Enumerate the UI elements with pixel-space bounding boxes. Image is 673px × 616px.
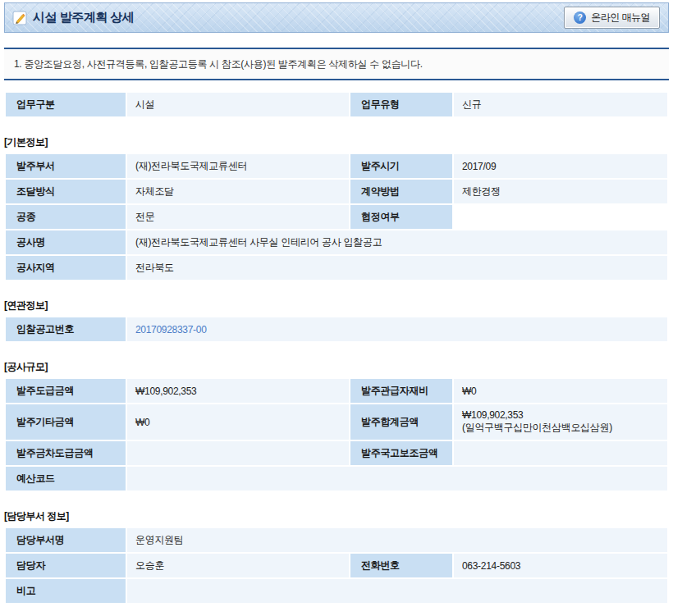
field-value: (재)전라북도국제교류센터 — [126, 153, 350, 179]
field-value: 063-214-5603 — [453, 553, 668, 578]
bid-notice-number-link[interactable]: 20170928337-00 — [126, 317, 668, 342]
field-label: 발주도급금액 — [5, 378, 126, 404]
field-value: 전문 — [126, 204, 350, 230]
field-label: 입찰공고번호 — [5, 317, 126, 342]
section-title-related-info: [연관정보] — [4, 299, 669, 313]
table-row: 비고 — [5, 578, 668, 604]
field-label: 발주금차도급금액 — [5, 440, 126, 466]
table-row: 공사명(재)전라북도국제교류센터 사무실 인테리어 공사 입찰공고 — [5, 230, 668, 255]
field-label: 담당부서명 — [5, 527, 126, 553]
field-value — [126, 440, 350, 466]
field-value: 제한경쟁 — [453, 179, 668, 204]
field-label: 발주기타금액 — [5, 404, 126, 440]
field-label: 담당자 — [5, 553, 126, 578]
table-row: 발주기타금액₩0발주합계금액₩109,902,353 (일억구백구십만이천삼백오… — [5, 404, 668, 440]
department-info-table: 담당부서명운영지원팀담당자오승훈전화번호063-214-5603비고 — [4, 527, 669, 605]
related-info-table: 입찰공고번호20170928337-00 — [4, 316, 669, 343]
field-value: (재)전라북도국제교류센터 사무실 인테리어 공사 입찰공고 — [126, 230, 668, 255]
online-manual-button[interactable]: ? 온라인 매뉴얼 — [564, 7, 660, 29]
titlebar-left: 시설 발주계획 상세 — [12, 10, 134, 25]
field-value: ₩0 — [126, 404, 350, 440]
notice-banner: 1. 중앙조달요청, 사전규격등록, 입찰공고등록 시 참조(사용)된 발주계획… — [4, 48, 669, 80]
table-row: 업무구분시설업무유형신규 — [5, 92, 668, 117]
field-label: 계약방법 — [350, 179, 453, 204]
field-value — [453, 204, 668, 230]
field-label: 비고 — [5, 578, 126, 604]
field-value: 신규 — [453, 92, 668, 117]
table-row: 조달방식자체조달계약방법제한경쟁 — [5, 179, 668, 204]
table-row: 담당자오승훈전화번호063-214-5603 — [5, 553, 668, 578]
field-value — [453, 440, 668, 466]
field-value: 운영지원팀 — [126, 527, 668, 553]
field-label: 발주국고보조금액 — [350, 440, 453, 466]
field-label: 협정여부 — [350, 204, 453, 230]
field-label: 발주관급자재비 — [350, 378, 453, 404]
table-row: 발주부서(재)전라북도국제교류센터발주시기2017/09 — [5, 153, 668, 179]
field-label: 발주합계금액 — [350, 404, 453, 440]
section-title-construction-scale: [공사규모] — [4, 360, 669, 374]
table-row: 예산코드 — [5, 466, 668, 491]
field-label: 전화번호 — [350, 553, 453, 578]
table-row: 발주도급금액₩109,902,353발주관급자재비₩0 — [5, 378, 668, 404]
field-value — [126, 466, 668, 491]
field-label: 공사지역 — [5, 255, 126, 281]
section-title-basic-info: [기본정보] — [4, 135, 669, 149]
question-mark-icon: ? — [574, 11, 586, 24]
page-title: 시설 발주계획 상세 — [33, 10, 134, 25]
notice-text: 1. 중앙조달요청, 사전규격등록, 입찰공고등록 시 참조(사용)된 발주계획… — [14, 58, 423, 70]
table-row: 공종전문협정여부 — [5, 204, 668, 230]
field-value: ₩0 — [453, 378, 668, 404]
field-label: 공사명 — [5, 230, 126, 255]
table-row: 담당부서명운영지원팀 — [5, 527, 668, 553]
section-title-department-info: [담당부서 정보] — [4, 509, 669, 523]
work-summary-table: 업무구분시설업무유형신규 — [4, 91, 669, 118]
table-row: 발주금차도급금액발주국고보조금액 — [5, 440, 668, 466]
field-label: 발주시기 — [350, 153, 453, 179]
field-value: 자체조달 — [126, 179, 350, 204]
basic-info-table: 발주부서(재)전라북도국제교류센터발주시기2017/09조달방식자체조달계약방법… — [4, 153, 669, 281]
field-value: 오승훈 — [126, 553, 350, 578]
titlebar: 시설 발주계획 상세 ? 온라인 매뉴얼 — [4, 2, 669, 33]
field-value: 시설 — [126, 92, 350, 117]
field-label: 업무유형 — [350, 92, 453, 117]
field-value: ₩109,902,353 (일억구백구십만이천삼백오십삼원) — [453, 404, 668, 440]
field-label: 공종 — [5, 204, 126, 230]
online-manual-label: 온라인 매뉴얼 — [591, 11, 650, 25]
field-value: 전라북도 — [126, 255, 668, 281]
table-row: 입찰공고번호20170928337-00 — [5, 317, 668, 342]
field-value — [126, 578, 668, 604]
construction-scale-table: 발주도급금액₩109,902,353발주관급자재비₩0발주기타금액₩0발주합계금… — [4, 377, 669, 492]
field-label: 예산코드 — [5, 466, 126, 491]
field-value: 2017/09 — [453, 153, 668, 179]
table-row: 공사지역전라북도 — [5, 255, 668, 281]
field-value: ₩109,902,353 — [126, 378, 350, 404]
field-label: 발주부서 — [5, 153, 126, 179]
field-label: 업무구분 — [5, 92, 126, 117]
field-label: 조달방식 — [5, 179, 126, 204]
pencil-icon — [12, 11, 27, 25]
sections: 업무구분시설업무유형신규[기본정보]발주부서(재)전라북도국제교류센터발주시기2… — [4, 91, 669, 605]
